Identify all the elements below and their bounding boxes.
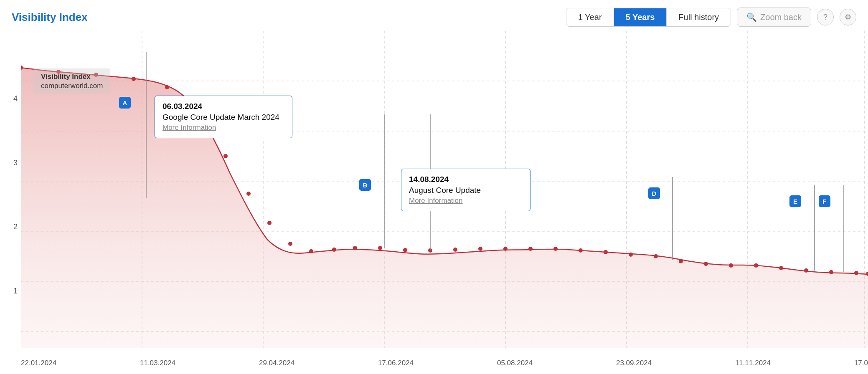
domain-tooltip: Visibility Index computerworld.com <box>33 68 110 94</box>
svg-point-23 <box>309 249 313 253</box>
y-label-1: 1 <box>0 287 21 296</box>
svg-point-40 <box>729 263 733 268</box>
page-header: Visibility Index 1 Year 5 Years Full his… <box>0 0 868 31</box>
svg-point-33 <box>553 247 558 251</box>
svg-point-43 <box>804 268 808 273</box>
tooltip-b-title: August Core Update <box>409 186 523 195</box>
help-button[interactable]: ? <box>817 9 834 25</box>
svg-point-16 <box>132 77 136 81</box>
domain-tooltip-domain: computerworld.com <box>41 82 103 90</box>
chart-area: 4 3 2 1 <box>0 31 868 371</box>
settings-button[interactable]: ⚙ <box>840 9 856 25</box>
svg-point-35 <box>604 250 608 254</box>
y-label-3: 3 <box>0 159 21 167</box>
x-label-0: 22.01.2024 <box>21 359 56 367</box>
x-label-4: 05.08.2024 <box>497 359 533 367</box>
svg-point-39 <box>704 262 708 266</box>
x-label-3: 17.06.2024 <box>378 359 414 367</box>
svg-point-19 <box>223 154 228 158</box>
svg-point-20 <box>246 192 251 196</box>
svg-point-41 <box>754 263 758 268</box>
svg-point-44 <box>829 270 833 274</box>
tooltip-b-link[interactable]: More Information <box>409 197 523 205</box>
svg-point-45 <box>854 271 858 275</box>
badge-a[interactable]: A <box>119 97 131 109</box>
x-label-7: 17.0 <box>854 359 868 367</box>
y-label-4: 4 <box>0 94 21 103</box>
tooltip-b: 14.08.2024 August Core Update More Infor… <box>401 169 530 211</box>
svg-point-34 <box>579 248 583 253</box>
time-btn-full[interactable]: Full history <box>667 8 731 26</box>
page-title: Visibility Index <box>12 11 88 24</box>
svg-point-37 <box>654 254 658 258</box>
tooltip-a-title: Google Core Update March 2024 <box>162 113 284 122</box>
svg-point-24 <box>332 248 336 252</box>
time-btn-5years[interactable]: 5 Years <box>614 8 667 26</box>
svg-point-17 <box>165 85 169 89</box>
svg-point-32 <box>528 247 533 251</box>
svg-point-42 <box>779 266 783 270</box>
svg-point-38 <box>679 259 683 263</box>
svg-point-29 <box>453 248 457 252</box>
svg-point-27 <box>403 248 407 252</box>
x-label-2: 29.04.2024 <box>259 359 294 367</box>
badge-d[interactable]: D <box>648 187 660 199</box>
tooltip-a-date: 06.03.2024 <box>162 102 284 111</box>
time-range-group: 1 Year 5 Years Full history <box>566 8 731 27</box>
svg-point-36 <box>629 253 633 257</box>
svg-point-25 <box>353 246 357 250</box>
y-label-2: 2 <box>0 222 21 231</box>
tooltip-a: 06.03.2024 Google Core Update March 2024… <box>155 96 292 138</box>
x-label-6: 11.11.2024 <box>735 359 771 367</box>
x-label-1: 11.03.2024 <box>140 359 175 367</box>
tooltip-a-link[interactable]: More Information <box>162 124 284 132</box>
svg-point-31 <box>503 247 508 251</box>
y-axis: 4 3 2 1 <box>0 31 21 371</box>
svg-point-22 <box>288 242 292 246</box>
svg-point-26 <box>378 246 382 250</box>
header-controls: 1 Year 5 Years Full history 🔍 Zoom back … <box>566 8 856 27</box>
svg-point-30 <box>478 247 482 251</box>
badge-f[interactable]: F <box>819 195 830 207</box>
x-label-5: 23.09.2024 <box>616 359 652 367</box>
zoom-back-label: Zoom back <box>760 13 802 22</box>
svg-point-21 <box>267 221 272 225</box>
time-btn-1year[interactable]: 1 Year <box>566 8 614 26</box>
badge-e[interactable]: E <box>789 195 801 207</box>
tooltip-b-date: 14.08.2024 <box>409 175 523 184</box>
domain-tooltip-title: Visibility Index <box>41 73 103 81</box>
zoom-back-button[interactable]: 🔍 Zoom back <box>737 8 811 27</box>
x-axis: 22.01.2024 11.03.2024 29.04.2024 17.06.2… <box>21 359 868 367</box>
badge-b[interactable]: B <box>359 179 371 191</box>
search-icon: 🔍 <box>746 12 757 22</box>
